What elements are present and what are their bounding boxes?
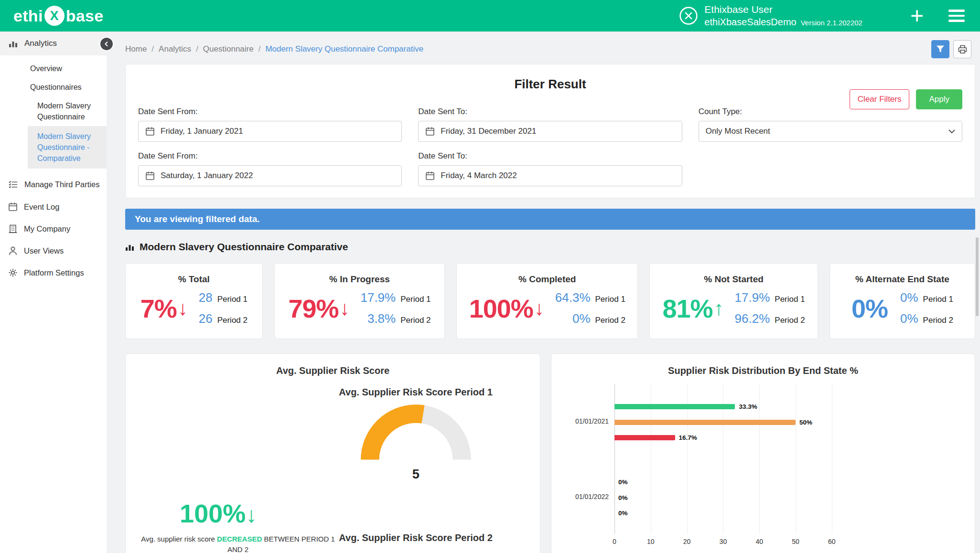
print-button[interactable] bbox=[953, 40, 971, 58]
date-sent-to-1-input[interactable]: Friday, 31 December 2021 bbox=[418, 121, 682, 142]
metric-title: % Not Started bbox=[658, 274, 809, 285]
bar-high bbox=[614, 435, 675, 440]
breadcrumb-home[interactable]: Home bbox=[125, 44, 147, 54]
sidebar-item-analytics[interactable]: Analytics bbox=[0, 32, 107, 55]
top-navbar: ethi X base Ethixbase User ethiXbaseSale… bbox=[0, 0, 980, 32]
select-value: Only Most Recent bbox=[706, 127, 770, 136]
x-tick-label: 50 bbox=[786, 538, 805, 545]
metric-big-value: 100%↓ bbox=[469, 296, 544, 321]
bar-chart-plot: LowModerateHigh 010203040506001/01/20213… bbox=[561, 384, 965, 553]
analytics-submenu: Overview Questionnaires Modern Slavery Q… bbox=[0, 55, 107, 169]
sidebar-analytics-label: Analytics bbox=[24, 39, 57, 48]
sidebar-main-menu: Manage Third Parties Event Log My Compan… bbox=[0, 173, 107, 284]
period2-label: Period 2 bbox=[595, 316, 625, 325]
calendar-icon bbox=[425, 127, 435, 136]
building-icon bbox=[8, 224, 18, 234]
metric-card-total: % Total 7%↓ 28Period 1 26Period 2 bbox=[125, 263, 263, 339]
menu-button[interactable] bbox=[948, 10, 965, 22]
logo-text-suffix: base bbox=[66, 7, 104, 25]
metric-card-alternate-end-state: % Alternate End State 0% 0%Period 1 0%Pe… bbox=[829, 263, 975, 339]
period1-value: 17.9% bbox=[735, 290, 770, 305]
user-info[interactable]: Ethixbase User ethiXbaseSalesDemo Versio… bbox=[704, 3, 862, 28]
period2-value: 0% bbox=[900, 311, 918, 326]
breadcrumb-analytics[interactable]: Analytics bbox=[159, 44, 191, 54]
date-value: Friday, 31 December 2021 bbox=[441, 127, 536, 136]
section-title: Modern Slavery Questionnaire Comparative bbox=[140, 241, 348, 253]
tenant-name: ethiXbaseSalesDemo bbox=[704, 16, 796, 28]
period1-label: Period 1 bbox=[400, 295, 431, 304]
sidebar-item-label: Manage Third Parties bbox=[24, 180, 99, 189]
gauge-period2-title: Avg. Supplier Risk Score Period 2 bbox=[301, 532, 530, 543]
period1-label: Period 1 bbox=[217, 295, 248, 304]
period1-label: Period 1 bbox=[595, 295, 625, 304]
sidebar-item-my-company[interactable]: My Company bbox=[0, 218, 107, 240]
sidebar-item-label: Platform Settings bbox=[24, 268, 84, 277]
sidebar-item-label: Event Log bbox=[24, 202, 59, 212]
sidebar-item-modern-slavery-questionnaire[interactable]: Modern Slavery Questionnaire bbox=[0, 96, 107, 126]
period2-value: 0% bbox=[572, 311, 591, 326]
period1-value: 64.3% bbox=[555, 290, 591, 305]
date-value: Friday, 1 January 2021 bbox=[161, 127, 243, 136]
filter-actions: Clear Filters Apply bbox=[850, 89, 962, 109]
clear-filters-button[interactable]: Clear Filters bbox=[850, 89, 910, 109]
scrollbar[interactable] bbox=[976, 237, 979, 316]
period1-value: 28 bbox=[199, 290, 213, 305]
period1-value: 0% bbox=[900, 290, 918, 305]
count-type-select[interactable]: Only Most Recent bbox=[699, 121, 962, 142]
filtered-data-banner: You are viewing filtered data. bbox=[125, 209, 975, 230]
date-value: Saturday, 1 January 2022 bbox=[161, 171, 253, 181]
bar-value-label: 0% bbox=[618, 479, 628, 486]
date-sent-to-2-input[interactable]: Friday, 4 March 2022 bbox=[418, 165, 682, 186]
bar-chart-title: Supplier Risk Distribution By End State … bbox=[561, 365, 965, 376]
caption-highlight: DECREASED bbox=[217, 535, 262, 543]
field-date-sent-to-1: Date Sent To: Friday, 31 December 2021 bbox=[418, 107, 682, 142]
apply-button[interactable]: Apply bbox=[916, 89, 962, 109]
y-category-label: 01/01/2021 bbox=[561, 417, 609, 425]
x-tick-label: 30 bbox=[713, 538, 732, 545]
breadcrumb-current: Modern Slavery Questionnaire Comparative bbox=[265, 44, 423, 54]
period2-label: Period 2 bbox=[775, 316, 805, 325]
topbar: Home / Analytics / Questionnaire / Moder… bbox=[125, 40, 975, 58]
trend-down-icon: ↓ bbox=[534, 298, 544, 319]
gauge-period1-title: Avg. Supplier Risk Score Period 1 bbox=[301, 387, 530, 398]
sidebar-item-overview[interactable]: Overview bbox=[0, 59, 107, 78]
risk-score-summary: 100%↓ Avg. supplier risk score DECREASED… bbox=[135, 387, 301, 553]
navbar-right: Ethixbase User ethiXbaseSalesDemo Versio… bbox=[679, 3, 965, 28]
version-label: Version 2.1.202202 bbox=[801, 19, 862, 28]
period2-label: Period 2 bbox=[923, 316, 953, 325]
metric-big-value: 81%↑ bbox=[663, 296, 723, 321]
bar-low bbox=[614, 404, 735, 409]
period1-label: Period 1 bbox=[775, 295, 805, 304]
report-section-header: Modern Slavery Questionnaire Comparative bbox=[125, 241, 975, 253]
sidebar-item-questionnaires[interactable]: Questionnaires bbox=[0, 78, 107, 96]
sidebar-item-manage-third-parties[interactable]: Manage Third Parties bbox=[0, 173, 107, 196]
gauge-value: 5 bbox=[301, 467, 530, 482]
filter-button[interactable] bbox=[931, 40, 949, 58]
field-date-sent-from-1: Date Sent From: Friday, 1 January 2021 bbox=[138, 107, 402, 142]
y-category-label: 01/01/2022 bbox=[561, 493, 609, 500]
grid-line bbox=[796, 384, 796, 534]
sidebar-item-user-views[interactable]: User Views bbox=[0, 240, 107, 262]
breadcrumb-separator: / bbox=[196, 44, 198, 54]
filter-fields-grid: Date Sent From: Friday, 1 January 2021 D… bbox=[138, 107, 962, 186]
bar-value-label: 16.7% bbox=[679, 434, 697, 441]
ethixbase-logo[interactable]: ethi X base bbox=[13, 6, 103, 26]
trend-down-icon: ↓ bbox=[246, 502, 257, 527]
x-tick-label: 60 bbox=[822, 538, 841, 545]
metric-big-value: 7%↓ bbox=[140, 296, 187, 321]
breadcrumb-questionnaire[interactable]: Questionnaire bbox=[203, 44, 254, 54]
banner-text: You are viewing filtered data. bbox=[135, 214, 260, 224]
period1-label: Period 1 bbox=[923, 295, 953, 304]
sidebar-item-event-log[interactable]: Event Log bbox=[0, 196, 107, 218]
sidebar-item-platform-settings[interactable]: Platform Settings bbox=[0, 262, 107, 284]
date-sent-from-2-input[interactable]: Saturday, 1 January 2022 bbox=[138, 165, 402, 186]
sidebar-collapse-button[interactable] bbox=[99, 37, 114, 51]
user-name: Ethixbase User bbox=[704, 3, 862, 16]
add-button[interactable]: + bbox=[910, 5, 924, 26]
sidebar-item-modern-slavery-questionnaire-comparative[interactable]: Modern Slavery Questionnaire - Comparati… bbox=[28, 126, 107, 169]
charts-row: Avg. Supplier Risk Score 100%↓ Avg. supp… bbox=[125, 353, 975, 553]
date-sent-from-1-input[interactable]: Friday, 1 January 2021 bbox=[138, 121, 402, 142]
user-avatar-icon[interactable] bbox=[679, 6, 698, 25]
metric-title: % Alternate End State bbox=[839, 274, 966, 285]
metric-card-completed: % Completed 100%↓ 64.3%Period 1 0%Period… bbox=[456, 263, 638, 339]
